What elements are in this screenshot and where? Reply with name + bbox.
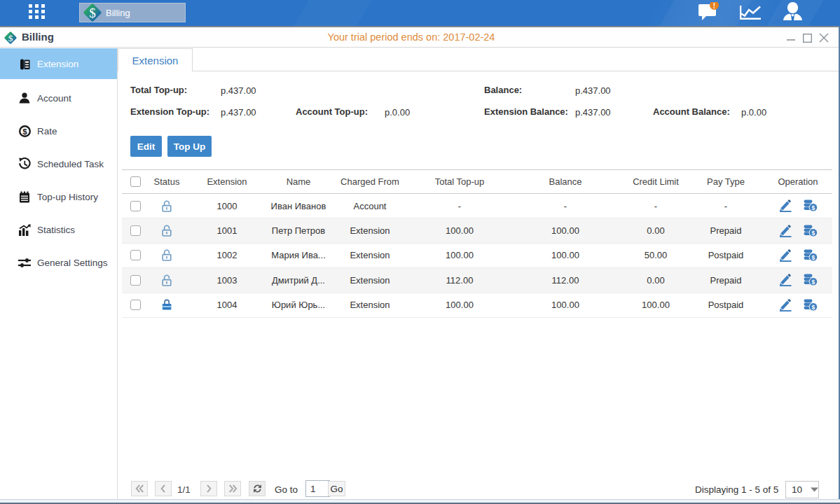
svg-text:$: $ [811,230,815,237]
svg-text:$: $ [811,304,815,311]
svg-text:$: $ [811,204,815,211]
svg-text:$: $ [811,254,815,261]
svg-text:$: $ [811,279,815,286]
svg-text:$: $ [89,6,96,20]
svg-text:!: ! [713,2,715,10]
svg-text:$: $ [22,127,27,136]
